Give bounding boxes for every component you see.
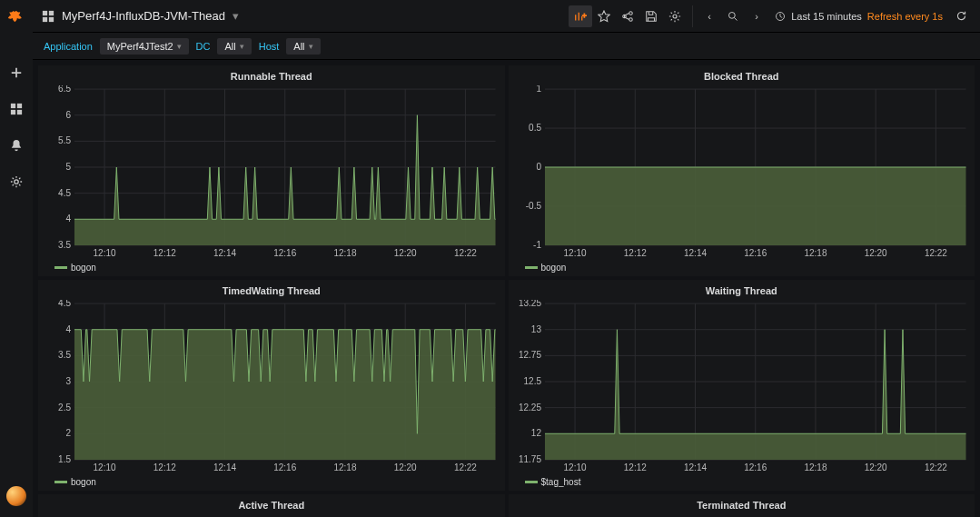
svg-rect-1 [17,104,22,108]
gear-icon[interactable] [9,174,24,189]
panel-blocked-thread[interactable]: Blocked Thread -1-0.500.5112:1012:1212:1… [509,65,975,276]
dashboard-title-text: MyPerf4J-InfluxDB-JVM-Thead [62,9,225,23]
svg-text:12:22: 12:22 [454,462,477,472]
svg-point-9 [673,14,677,17]
dashboard-title[interactable]: MyPerf4J-InfluxDB-JVM-Thead ▾ [62,9,239,23]
panel-terminated-thread[interactable]: Terminated Thread [509,494,975,517]
zoom-out-button[interactable] [722,5,744,27]
grafana-logo-icon[interactable] [7,9,25,27]
svg-text:11.75: 11.75 [518,454,540,464]
svg-text:6: 6 [65,110,71,120]
refresh-interval-text: Refresh every 1s [867,11,943,22]
svg-text:4.5: 4.5 [58,188,71,198]
panel-title: Waiting Thread [514,283,970,300]
svg-text:12:14: 12:14 [213,248,236,258]
share-button[interactable] [616,5,639,27]
panel-runnable-thread[interactable]: Runnable Thread 3.544.555.566.512:1012:1… [38,65,505,276]
legend-swatch [54,266,67,269]
svg-text:12:22: 12:22 [924,462,946,472]
svg-rect-7 [43,16,47,21]
svg-text:12.5: 12.5 [523,376,541,386]
var-application-label: Application [44,41,93,52]
svg-rect-0 [11,104,15,108]
chart-timedwaiting[interactable]: 1.522.533.544.512:1012:1212:1412:1612:18… [44,300,500,474]
refresh-button[interactable] [950,5,973,27]
svg-text:12:14: 12:14 [684,248,707,258]
chevron-down-icon: ▾ [240,42,244,51]
svg-text:-0.5: -0.5 [525,201,541,211]
svg-text:3.5: 3.5 [58,350,71,360]
add-panel-button[interactable] [569,5,592,27]
svg-text:12:16: 12:16 [273,462,296,472]
svg-text:12.25: 12.25 [518,403,540,413]
var-host-picker[interactable]: All▾ [286,38,320,55]
legend-swatch [54,481,67,483]
star-button[interactable] [592,5,616,27]
time-forward-button[interactable]: › [746,5,767,27]
svg-text:12:22: 12:22 [454,248,477,258]
svg-text:5.5: 5.5 [58,135,71,145]
svg-point-4 [15,180,18,184]
svg-text:12:18: 12:18 [333,462,356,472]
svg-text:12:14: 12:14 [213,462,236,472]
top-bar: MyPerf4J-InfluxDB-JVM-Thead ▾ ‹ › Last 1… [33,0,980,33]
svg-text:5: 5 [65,162,71,172]
main-area: MyPerf4J-InfluxDB-JVM-Thead ▾ ‹ › Last 1… [33,0,980,517]
svg-text:12:10: 12:10 [94,248,116,258]
chevron-down-icon: ▾ [233,9,239,23]
chart-blocked[interactable]: -1-0.500.5112:1012:1212:1412:1612:1812:2… [514,85,970,260]
svg-text:3: 3 [65,376,71,386]
svg-text:12.75: 12.75 [518,350,540,360]
legend-swatch [525,481,538,483]
dashboards-icon[interactable] [9,102,24,116]
alert-bell-icon[interactable] [9,138,24,153]
svg-rect-3 [17,110,22,114]
svg-text:3.5: 3.5 [58,240,71,250]
var-dc-label: DC [196,41,211,52]
user-avatar[interactable] [6,486,26,506]
panel-title: Blocked Thread [514,69,970,85]
panel-title: TimedWating Thread [44,283,500,300]
svg-text:12:20: 12:20 [394,248,417,258]
plus-icon[interactable] [9,65,24,80]
svg-text:12:12: 12:12 [153,462,176,472]
svg-text:12:18: 12:18 [804,462,827,472]
svg-text:4: 4 [65,324,71,334]
svg-text:0.5: 0.5 [529,123,541,133]
var-dc-picker[interactable]: All▾ [217,38,251,55]
legend: bogon [44,260,500,274]
time-nav-group: ‹ › [692,5,767,27]
svg-text:12:20: 12:20 [394,462,417,472]
svg-point-10 [729,12,736,18]
panel-title: Active Thread [44,498,500,514]
time-range-text: Last 15 minutes [791,11,862,22]
chevron-down-icon: ▾ [177,42,182,51]
template-var-bar: Application MyPerf4JTest2▾ DC All▾ Host … [33,33,980,60]
panel-title: Terminated Thread [514,498,970,514]
svg-text:2: 2 [65,428,71,438]
svg-text:12:20: 12:20 [864,248,886,258]
chart-runnable[interactable]: 3.544.555.566.512:1012:1212:1412:1612:18… [44,85,500,260]
svg-text:2.5: 2.5 [58,403,71,413]
svg-text:12:14: 12:14 [684,462,707,472]
svg-text:12: 12 [530,428,541,438]
panel-timedwaiting-thread[interactable]: TimedWating Thread 1.522.533.544.512:101… [38,280,505,491]
legend-swatch [525,266,538,269]
clock-icon [775,11,786,22]
svg-text:12:10: 12:10 [563,248,586,258]
dashboard-grid-icon[interactable] [40,10,56,23]
chart-waiting[interactable]: 11.751212.2512.512.751313.2512:1012:1212… [514,300,970,474]
svg-text:4.5: 4.5 [58,300,71,308]
var-application-picker[interactable]: MyPerf4JTest2▾ [100,38,189,55]
panel-active-thread[interactable]: Active Thread [38,494,505,517]
time-range-picker[interactable]: Last 15 minutes Refresh every 1s [767,11,950,22]
settings-button[interactable] [663,5,687,27]
svg-text:13.25: 13.25 [518,300,540,308]
legend: bogon [514,260,970,274]
legend: bogon [44,474,500,489]
time-back-button[interactable]: ‹ [698,5,720,27]
panel-waiting-thread[interactable]: Waiting Thread 11.751212.2512.512.751313… [509,280,975,491]
save-button[interactable] [639,5,663,27]
chevron-down-icon: ▾ [309,42,313,51]
svg-text:1.5: 1.5 [58,454,71,464]
